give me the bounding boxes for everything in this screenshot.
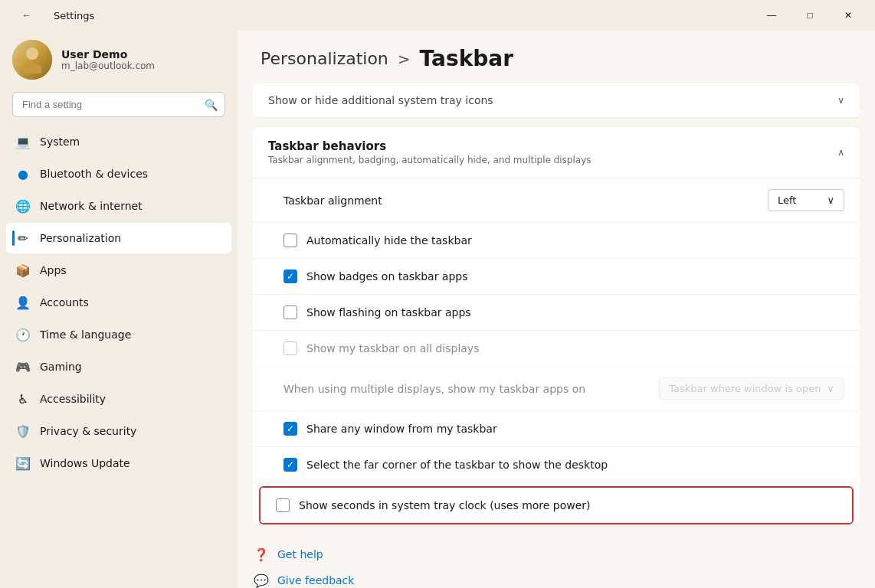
- titlebar: ← Settings — □ ✕: [0, 0, 875, 31]
- footer-section: ❓ Get help 💬 Give feedback: [238, 534, 875, 588]
- all-displays-label: Show my taskbar on all displays: [306, 342, 844, 354]
- nav-label-time: Time & language: [40, 328, 131, 341]
- nav-item-privacy[interactable]: 🛡️ Privacy & security: [6, 416, 231, 446]
- setting-row-all-displays: Show my taskbar on all displays: [253, 331, 860, 367]
- setting-row-badges: Show badges on taskbar apps: [253, 259, 860, 295]
- sidebar: User Demo m_lab@outlook.com 🔍 💻 System ●…: [0, 31, 238, 588]
- network-icon: 🌐: [15, 198, 31, 214]
- setting-row-far-corner: Select the far corner of the taskbar to …: [253, 447, 860, 483]
- nav-item-update[interactable]: 🔄 Windows Update: [6, 448, 231, 479]
- alignment-chevron-icon: ∨: [827, 194, 834, 206]
- gaming-icon: 🎮: [15, 359, 31, 374]
- privacy-icon: 🛡️: [15, 423, 31, 439]
- setting-row-auto-hide: Automatically hide the taskbar: [253, 223, 860, 259]
- nav-label-bluetooth: Bluetooth & devices: [40, 168, 148, 180]
- tray-chevron-icon: ∨: [837, 95, 844, 106]
- update-icon: 🔄: [15, 456, 31, 471]
- personalization-icon: ✏️: [15, 230, 31, 246]
- alignment-row: Taskbar alignment Left ∨: [253, 178, 860, 223]
- nav-item-system[interactable]: 💻 System: [6, 126, 231, 157]
- back-button[interactable]: ←: [9, 3, 44, 28]
- nav-label-apps: Apps: [40, 264, 67, 276]
- multi-display-value: Taskbar where window is open: [669, 383, 821, 394]
- main-container: User Demo m_lab@outlook.com 🔍 💻 System ●…: [0, 31, 875, 588]
- breadcrumb-separator: >: [398, 50, 411, 68]
- page-header: Personalization > Taskbar: [238, 31, 875, 83]
- nav-item-time[interactable]: 🕐 Time & language: [6, 319, 231, 350]
- behaviors-section: Taskbar behaviors Taskbar alignment, bad…: [253, 127, 860, 524]
- nav-label-system: System: [40, 136, 80, 148]
- user-section: User Demo m_lab@outlook.com: [6, 31, 231, 92]
- titlebar-left: ← Settings: [9, 3, 94, 28]
- multi-display-label: When using multiple displays, show my ta…: [283, 383, 585, 395]
- nav-item-apps[interactable]: 📦 Apps: [6, 255, 231, 286]
- alignment-label: Taskbar alignment: [283, 194, 382, 207]
- alignment-value: Left: [778, 194, 796, 206]
- seconds-checkbox[interactable]: [276, 498, 290, 512]
- get-help-link[interactable]: ❓ Get help: [253, 546, 860, 563]
- share-window-label: Share any window from my taskbar: [306, 423, 844, 435]
- search-icon: 🔍: [205, 99, 218, 111]
- seconds-label: Show seconds in system tray clock (uses …: [299, 499, 837, 511]
- alignment-dropdown[interactable]: Left ∨: [768, 189, 844, 211]
- behaviors-title: Taskbar behaviors: [268, 139, 592, 153]
- maximize-button[interactable]: □: [792, 3, 827, 28]
- system-icon: 💻: [15, 134, 31, 149]
- all-displays-checkbox[interactable]: [283, 341, 297, 355]
- help-icon: ❓: [253, 546, 270, 563]
- search-input[interactable]: [12, 92, 225, 117]
- breadcrumb: Personalization: [261, 49, 388, 68]
- nav-label-personalization: Personalization: [40, 232, 121, 244]
- titlebar-title: Settings: [54, 10, 94, 21]
- far-corner-checkbox[interactable]: [283, 458, 297, 472]
- nav-item-accounts[interactable]: 👤 Accounts: [6, 287, 231, 318]
- multi-display-dropdown[interactable]: Taskbar where window is open ∨: [659, 377, 844, 400]
- flashing-label: Show flashing on taskbar apps: [306, 306, 844, 318]
- setting-row-flashing: Show flashing on taskbar apps: [253, 295, 860, 331]
- nav-label-network: Network & internet: [40, 200, 143, 212]
- nav-label-accessibility: Accessibility: [40, 393, 106, 405]
- tray-section-label: Show or hide additional system tray icon…: [268, 94, 493, 106]
- setting-row-seconds: Show seconds in system tray clock (uses …: [261, 488, 852, 523]
- content-area: Personalization > Taskbar Show or hide a…: [238, 31, 875, 588]
- time-icon: 🕐: [15, 327, 31, 342]
- minimize-button[interactable]: —: [754, 3, 789, 28]
- multi-display-row: When using multiple displays, show my ta…: [253, 367, 860, 411]
- close-button[interactable]: ✕: [831, 3, 866, 28]
- flashing-checkbox[interactable]: [283, 305, 297, 319]
- give-feedback-link[interactable]: 💬 Give feedback: [253, 572, 860, 588]
- multi-display-chevron-icon: ∨: [827, 383, 834, 394]
- behaviors-subtitle: Taskbar alignment, badging, automaticall…: [268, 155, 592, 165]
- nav-item-bluetooth[interactable]: ● Bluetooth & devices: [6, 158, 231, 189]
- get-help-label: Get help: [277, 548, 323, 560]
- auto-hide-checkbox[interactable]: [283, 234, 297, 247]
- user-email: m_lab@outlook.com: [61, 60, 155, 71]
- nav-label-privacy: Privacy & security: [40, 425, 136, 437]
- tray-section: Show or hide additional system tray icon…: [253, 83, 860, 118]
- give-feedback-label: Give feedback: [277, 574, 354, 586]
- badges-checkbox[interactable]: [283, 270, 297, 283]
- accessibility-icon: ♿: [15, 391, 31, 407]
- apps-icon: 📦: [15, 263, 31, 278]
- setting-row-share-window: Share any window from my taskbar: [253, 411, 860, 447]
- tray-section-header[interactable]: Show or hide additional system tray icon…: [253, 83, 860, 118]
- behaviors-title-block: Taskbar behaviors Taskbar alignment, bad…: [268, 139, 592, 165]
- nav-item-accessibility[interactable]: ♿ Accessibility: [6, 384, 231, 414]
- auto-hide-label: Automatically hide the taskbar: [306, 234, 844, 247]
- behaviors-chevron-icon: ∧: [837, 147, 844, 158]
- nav-item-gaming[interactable]: 🎮 Gaming: [6, 351, 231, 382]
- nav-label-gaming: Gaming: [40, 361, 82, 373]
- avatar-image: [12, 40, 52, 80]
- behaviors-header[interactable]: Taskbar behaviors Taskbar alignment, bad…: [253, 127, 860, 178]
- user-info: User Demo m_lab@outlook.com: [61, 48, 155, 71]
- nav-item-personalization[interactable]: ✏️ Personalization: [6, 223, 231, 253]
- bluetooth-icon: ●: [15, 166, 31, 181]
- user-name: User Demo: [61, 48, 155, 60]
- highlighted-row-wrapper: Show seconds in system tray clock (uses …: [259, 486, 854, 524]
- page-title: Taskbar: [420, 46, 513, 71]
- titlebar-controls: — □ ✕: [754, 3, 866, 28]
- nav-label-update: Windows Update: [40, 457, 130, 469]
- nav-item-network[interactable]: 🌐 Network & internet: [6, 191, 231, 221]
- share-window-checkbox[interactable]: [283, 422, 297, 436]
- far-corner-label: Select the far corner of the taskbar to …: [306, 459, 844, 471]
